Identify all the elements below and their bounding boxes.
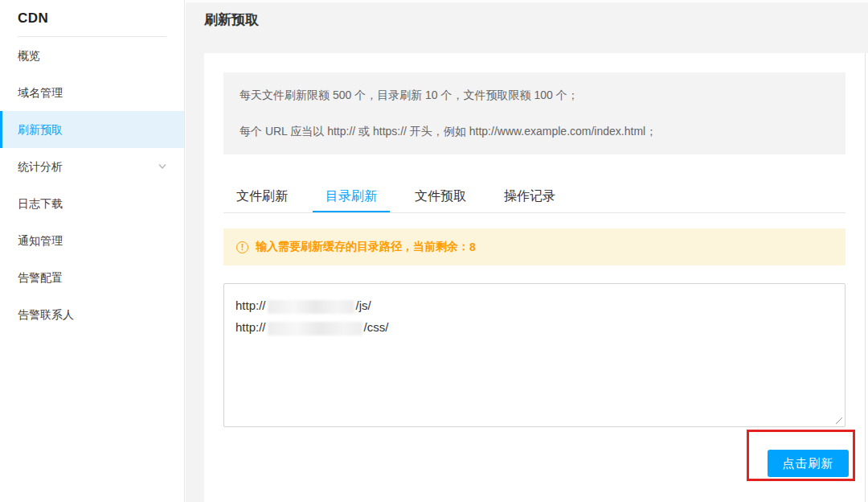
cdn-console: CDN 概览 域名管理 刷新预取 统计分析 日志下载 通知管理	[0, 0, 868, 502]
sidebar-item-label: 告警配置	[18, 271, 63, 284]
tab-label: 文件刷新	[236, 189, 288, 203]
sidebar-item-label: 刷新预取	[18, 123, 63, 136]
quota-info-box: 每天文件刷新限额 500 个，目录刷新 10 个，文件预取限额 100 个； 每…	[223, 72, 845, 154]
action-row: 点击刷新	[223, 430, 845, 481]
sidebar-item-statistics-analysis[interactable]: 统计分析	[0, 148, 184, 185]
redacted-domain	[268, 300, 354, 314]
quota-info-line2: 每个 URL 应当以 http:// 或 https:// 开头，例如 http…	[240, 113, 829, 150]
page-title: 刷新预取	[186, 2, 868, 29]
remaining-count: 8	[469, 241, 476, 253]
url-line: http:///css/	[235, 316, 833, 338]
main-content: 刷新预取 每天文件刷新限额 500 个，目录刷新 10 个，文件预取限额 100…	[186, 0, 868, 502]
sidebar-item-alarm-contacts[interactable]: 告警联系人	[0, 296, 184, 333]
url-prefix: http://	[235, 298, 266, 312]
tab-label: 目录刷新	[326, 189, 377, 203]
url-suffix: /js/	[356, 298, 371, 312]
redacted-domain	[268, 322, 362, 335]
tab-operation-log[interactable]: 操作记录	[491, 181, 568, 212]
url-prefix: http://	[235, 320, 266, 334]
sidebar-item-notification-management[interactable]: 通知管理	[0, 222, 184, 259]
tab-file-refresh[interactable]: 文件刷新	[223, 181, 301, 212]
sidebar-item-label: 告警联系人	[18, 308, 74, 321]
chevron-down-icon	[158, 163, 166, 170]
sidebar-menu: 概览 域名管理 刷新预取 统计分析 日志下载 通知管理 告警配置	[0, 37, 184, 333]
sidebar: CDN 概览 域名管理 刷新预取 统计分析 日志下载 通知管理	[0, 0, 185, 502]
sidebar-item-log-download[interactable]: 日志下载	[0, 185, 184, 222]
quota-info-line1: 每天文件刷新限额 500 个，目录刷新 10 个，文件预取限额 100 个；	[240, 77, 829, 113]
refresh-prefetch-card: 每天文件刷新限额 500 个，目录刷新 10 个，文件预取限额 100 个； 每…	[204, 53, 865, 502]
vertical-scrollbar[interactable]	[865, 53, 868, 502]
sidebar-item-label: 概览	[18, 49, 40, 62]
sidebar-item-label: 域名管理	[18, 86, 63, 99]
sidebar-item-domain-management[interactable]: 域名管理	[0, 74, 184, 111]
notice-text: 输入需要刷新缓存的目录路径，当前剩余：	[256, 240, 469, 254]
tab-file-prefetch[interactable]: 文件预取	[402, 181, 479, 212]
exclamation-circle-icon: !	[236, 241, 248, 253]
sidebar-item-label: 日志下载	[18, 197, 63, 210]
url-suffix: /css/	[364, 320, 389, 334]
tab-directory-refresh[interactable]: 目录刷新	[313, 181, 390, 212]
sidebar-item-refresh-prefetch[interactable]: 刷新预取	[0, 111, 184, 148]
remaining-quota-notice: ! 输入需要刷新缓存的目录路径，当前剩余： 8	[223, 228, 845, 265]
sidebar-item-label: 统计分析	[18, 160, 63, 173]
sidebar-item-alarm-config[interactable]: 告警配置	[0, 259, 184, 296]
url-line: http:///js/	[235, 294, 833, 316]
sidebar-title: CDN	[0, 0, 184, 27]
sidebar-item-label: 通知管理	[18, 234, 63, 247]
refresh-button[interactable]: 点击刷新	[768, 450, 849, 477]
sidebar-item-overview[interactable]: 概览	[0, 37, 184, 74]
tab-bar: 文件刷新 目录刷新 文件预取 操作记录	[223, 181, 845, 213]
tab-label: 操作记录	[504, 189, 555, 203]
directory-url-textarea[interactable]: http:///js/ http:///css/	[223, 283, 845, 427]
tab-label: 文件预取	[415, 189, 466, 203]
annotation-highlight-box: 点击刷新	[747, 430, 855, 481]
